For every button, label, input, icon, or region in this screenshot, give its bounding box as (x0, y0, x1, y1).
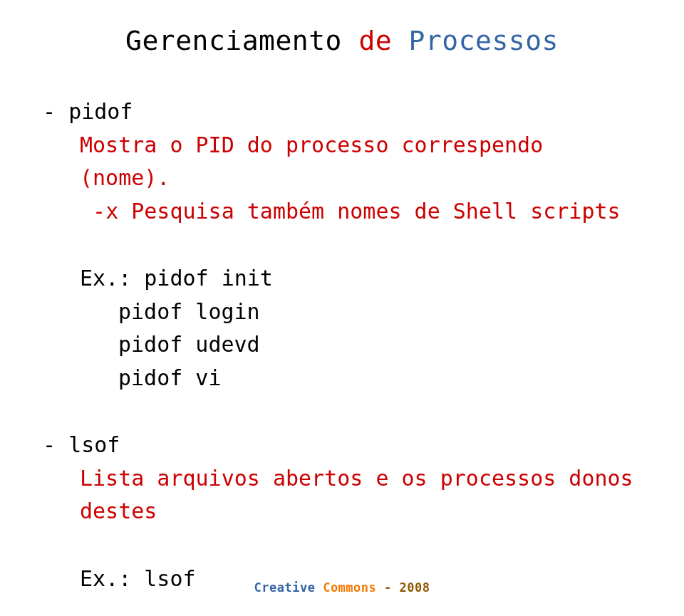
page-title: Gerenciamento de Processos (43, 25, 641, 56)
content-body: - pidof Mostra o PID do processo corresp… (43, 95, 641, 595)
pidof-login: pidof login (118, 296, 641, 329)
flag-dash: - (93, 199, 105, 224)
pidof-heading: - pidof (43, 95, 641, 129)
paren-close-dot: ). (144, 165, 170, 190)
lsof-command: lsof (68, 432, 120, 457)
ex-prefix: Ex (80, 266, 105, 291)
pidof-description-line2: -x Pesquisa também nomes de Shell script… (80, 195, 641, 229)
ex-dot: .: (105, 266, 144, 291)
pidof-command: pidof (68, 99, 133, 124)
title-part1: Gerenciamento (125, 25, 358, 56)
dash-2: - (43, 432, 68, 457)
flag-x-desc: x Pesquisa também nomes de Shell scripts (105, 199, 620, 224)
pidof-example-1: Ex.: pidof init (80, 262, 641, 296)
lsof-description: Lista arquivos abertos e os processos do… (80, 462, 641, 528)
paren-open: ( (80, 165, 93, 190)
dash: - (43, 99, 68, 124)
footer-dash: - (384, 580, 399, 595)
pidof-udevd: pidof udevd (118, 328, 641, 362)
title-part3: Processos (409, 25, 559, 56)
lsof-heading: - lsof (43, 429, 641, 462)
pidof-desc-text: Mostra o PID do processo correspendo (80, 132, 543, 157)
footer-creative: Creative (254, 580, 323, 595)
pidof-description-line1: Mostra o PID do processo correspendo (no… (80, 129, 641, 195)
title-part2: de (358, 25, 408, 56)
pidof-init: pidof init (144, 266, 273, 291)
pidof-vi: pidof vi (118, 362, 641, 395)
footer-commons: Commons (323, 580, 384, 595)
pidof-nome: nome (93, 165, 144, 190)
footer-year: 2008 (400, 580, 430, 595)
footer: Creative Commons - 2008 (0, 580, 684, 595)
